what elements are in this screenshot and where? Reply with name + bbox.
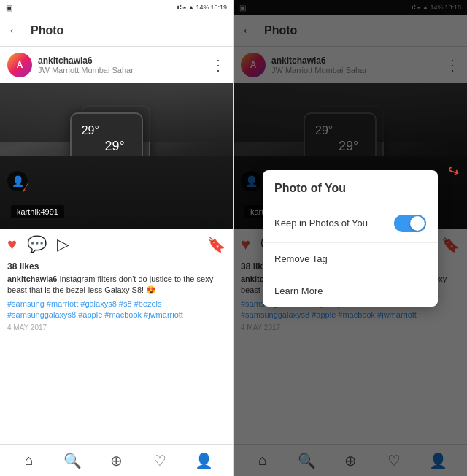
battery-level: 14% [196, 4, 209, 11]
left-location: JW Marriott Mumbai Sahar [38, 66, 211, 74]
time-left: 18:19 [210, 4, 227, 11]
status-left: ▣ [6, 4, 12, 12]
modal-learn-more[interactable]: Learn More [263, 275, 438, 307]
left-nav-likes[interactable]: ♡ [145, 452, 174, 469]
left-profile-tag: 👤 [7, 171, 28, 191]
left-app-header: ← Photo [0, 15, 233, 47]
left-share-button[interactable]: ▷ [57, 235, 69, 254]
left-bookmark-button[interactable]: 🔖 [207, 236, 225, 253]
left-like-button[interactable]: ♥ [7, 235, 17, 254]
left-comment-button[interactable]: 💬 [27, 235, 47, 254]
left-caption-user[interactable]: ankitchawla6 [7, 275, 57, 283]
left-phone-panel: ▣ ⑆ ☁ ▲ 14% 18:19 ← Photo A ankitchawla6… [0, 0, 234, 476]
notification-icon: ▣ [6, 4, 12, 12]
left-nav-home[interactable]: ⌂ [15, 452, 44, 469]
modal-overlay: ↩ Photo of You Keep in Photos of You Rem… [234, 0, 467, 476]
left-post-info: ankitchawla6 JW Marriott Mumbai Sahar [38, 55, 211, 74]
left-post-header: A ankitchawla6 JW Marriott Mumbai Sahar … [0, 47, 233, 83]
left-avatar: A [7, 53, 32, 77]
left-likes-count: 38 likes [7, 261, 225, 272]
left-tag-label[interactable]: karthik4991 [11, 205, 64, 218]
modal-keep-row: Keep in Photos of You [263, 204, 438, 243]
left-status-bar: ▣ ⑆ ☁ ▲ 14% 18:19 [0, 0, 233, 15]
left-hashtags: #samsung #marriott #galaxys8 #s8 #bezels… [7, 299, 225, 321]
left-action-bar: ♥ 💬 ▷ 🔖 [0, 229, 233, 260]
left-caption: ankitchawla6 Instagram filters don't do … [7, 274, 225, 296]
left-username[interactable]: ankitchawla6 [38, 55, 211, 66]
modal-toggle[interactable] [394, 215, 426, 232]
photo-of-you-modal: Photo of You Keep in Photos of You Remov… [263, 170, 438, 307]
status-right: ⑆ ☁ ▲ 14% 18:19 [177, 4, 227, 11]
left-post-date: 4 MAY 2017 [7, 323, 225, 331]
left-post-content: 38 likes ankitchawla6 Instagram filters … [0, 260, 233, 337]
red-arrow-annotation: ↩ [444, 161, 462, 181]
modal-remove-tag[interactable]: Remove Tag [263, 243, 438, 275]
left-more-icon[interactable]: ⋮ [211, 56, 225, 74]
left-nav-add[interactable]: ⊕ [101, 452, 131, 469]
left-header-title: Photo [31, 24, 225, 37]
back-button-left[interactable]: ← [7, 22, 22, 39]
modal-keep-label: Keep in Photos of You [274, 218, 368, 229]
right-phone-panel: ▣ ⑆ ☁ ▲ 14% 18:18 ← Photo A ankitchawla6… [234, 0, 467, 476]
left-bottom-nav: ⌂ 🔍 ⊕ ♡ 👤 [0, 444, 233, 476]
modal-title: Photo of You [263, 170, 438, 204]
left-nav-profile[interactable]: 👤 [189, 452, 218, 469]
left-post-image: 29° ↓ karthik4991 👤 [0, 83, 233, 229]
left-nav-search[interactable]: 🔍 [58, 452, 88, 469]
signal-icons: ⑆ ☁ ▲ [177, 4, 195, 11]
